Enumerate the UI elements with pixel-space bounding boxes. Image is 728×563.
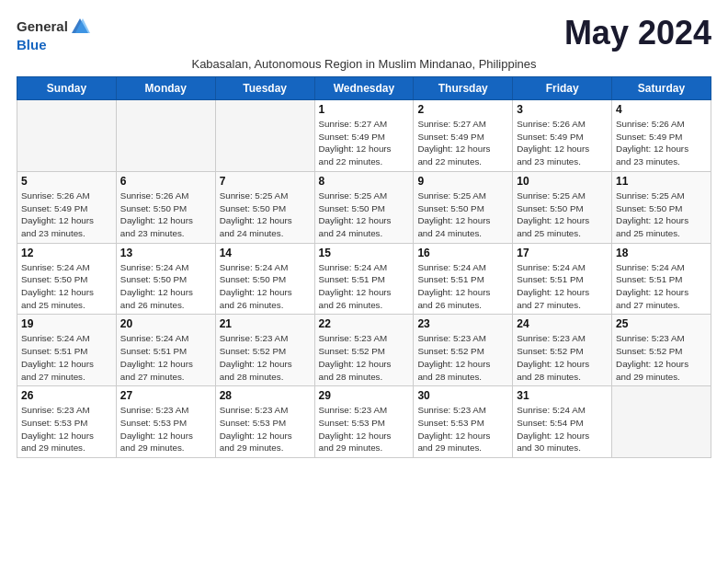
week-row-1: 1Sunrise: 5:27 AMSunset: 5:49 PMDaylight… <box>17 100 711 172</box>
calendar-cell: 19Sunrise: 5:24 AMSunset: 5:51 PMDayligh… <box>17 315 117 386</box>
day-number: 20 <box>120 317 211 330</box>
calendar-cell: 25Sunrise: 5:23 AMSunset: 5:52 PMDayligh… <box>612 315 711 386</box>
day-detail: Sunrise: 5:24 AMSunset: 5:51 PMDaylight:… <box>616 261 707 312</box>
day-number: 14 <box>220 247 311 259</box>
day-number: 1 <box>319 103 410 116</box>
calendar-header-row: SundayMondayTuesdayWednesdayThursdayFrid… <box>17 77 711 100</box>
day-number: 18 <box>616 247 707 259</box>
day-number: 28 <box>220 389 311 402</box>
page: General Blue May 2024 Kabasalan, Autonom… <box>0 0 728 467</box>
day-detail: Sunrise: 5:25 AMSunset: 5:50 PMDaylight:… <box>319 190 410 240</box>
calendar-cell <box>17 100 117 172</box>
day-header-monday: Monday <box>116 77 215 100</box>
day-number: 10 <box>517 175 608 188</box>
calendar-cell <box>116 100 215 172</box>
calendar-cell: 27Sunrise: 5:23 AMSunset: 5:53 PMDayligh… <box>116 386 215 458</box>
week-row-3: 12Sunrise: 5:24 AMSunset: 5:50 PMDayligh… <box>17 243 711 315</box>
day-number: 22 <box>319 317 410 330</box>
day-number: 17 <box>517 247 608 259</box>
day-detail: Sunrise: 5:23 AMSunset: 5:53 PMDaylight:… <box>21 404 112 454</box>
day-detail: Sunrise: 5:27 AMSunset: 5:49 PMDaylight:… <box>319 118 410 168</box>
day-number: 15 <box>319 247 410 259</box>
day-detail: Sunrise: 5:24 AMSunset: 5:50 PMDaylight:… <box>21 261 112 312</box>
calendar-cell: 28Sunrise: 5:23 AMSunset: 5:53 PMDayligh… <box>215 386 314 458</box>
calendar-cell: 16Sunrise: 5:24 AMSunset: 5:51 PMDayligh… <box>414 243 513 315</box>
day-detail: Sunrise: 5:23 AMSunset: 5:52 PMDaylight:… <box>220 332 311 383</box>
day-number: 19 <box>21 317 112 330</box>
day-number: 25 <box>616 317 707 330</box>
day-detail: Sunrise: 5:24 AMSunset: 5:50 PMDaylight:… <box>120 261 211 312</box>
day-number: 8 <box>319 175 410 188</box>
logo-icon <box>70 17 90 37</box>
calendar-cell: 26Sunrise: 5:23 AMSunset: 5:53 PMDayligh… <box>17 386 117 458</box>
calendar-cell: 30Sunrise: 5:23 AMSunset: 5:53 PMDayligh… <box>414 386 513 458</box>
month-title: May 2024 <box>564 17 711 50</box>
calendar-cell: 18Sunrise: 5:24 AMSunset: 5:51 PMDayligh… <box>612 243 711 315</box>
day-number: 5 <box>21 175 112 188</box>
logo-blue: Blue <box>17 37 47 52</box>
day-header-saturday: Saturday <box>612 77 711 100</box>
day-number: 16 <box>417 247 508 259</box>
day-number: 24 <box>517 317 608 330</box>
day-detail: Sunrise: 5:24 AMSunset: 5:51 PMDaylight:… <box>120 332 211 383</box>
day-number: 2 <box>417 103 508 116</box>
day-detail: Sunrise: 5:23 AMSunset: 5:52 PMDaylight:… <box>319 332 410 383</box>
day-detail: Sunrise: 5:24 AMSunset: 5:51 PMDaylight:… <box>417 261 508 312</box>
day-detail: Sunrise: 5:23 AMSunset: 5:52 PMDaylight:… <box>417 332 508 383</box>
day-number: 29 <box>319 389 410 402</box>
day-number: 9 <box>417 175 508 188</box>
day-detail: Sunrise: 5:27 AMSunset: 5:49 PMDaylight:… <box>417 118 508 168</box>
week-row-4: 19Sunrise: 5:24 AMSunset: 5:51 PMDayligh… <box>17 315 711 386</box>
calendar-cell: 11Sunrise: 5:25 AMSunset: 5:50 PMDayligh… <box>612 171 711 243</box>
calendar-cell: 7Sunrise: 5:25 AMSunset: 5:50 PMDaylight… <box>215 171 314 243</box>
day-detail: Sunrise: 5:26 AMSunset: 5:49 PMDaylight:… <box>21 190 112 240</box>
calendar-cell: 6Sunrise: 5:26 AMSunset: 5:50 PMDaylight… <box>116 171 215 243</box>
week-row-5: 26Sunrise: 5:23 AMSunset: 5:53 PMDayligh… <box>17 386 711 458</box>
calendar-cell: 12Sunrise: 5:24 AMSunset: 5:50 PMDayligh… <box>17 243 117 315</box>
day-number: 4 <box>616 103 707 116</box>
calendar-cell: 15Sunrise: 5:24 AMSunset: 5:51 PMDayligh… <box>314 243 414 315</box>
day-number: 7 <box>220 175 311 188</box>
day-number: 11 <box>616 175 707 188</box>
calendar-cell: 29Sunrise: 5:23 AMSunset: 5:53 PMDayligh… <box>314 386 414 458</box>
day-detail: Sunrise: 5:24 AMSunset: 5:51 PMDaylight:… <box>517 261 608 312</box>
calendar-cell: 31Sunrise: 5:24 AMSunset: 5:54 PMDayligh… <box>513 386 612 458</box>
day-detail: Sunrise: 5:23 AMSunset: 5:53 PMDaylight:… <box>319 404 410 454</box>
day-number: 13 <box>120 247 211 259</box>
day-detail: Sunrise: 5:24 AMSunset: 5:50 PMDaylight:… <box>220 261 311 312</box>
day-detail: Sunrise: 5:25 AMSunset: 5:50 PMDaylight:… <box>220 190 311 240</box>
day-detail: Sunrise: 5:26 AMSunset: 5:49 PMDaylight:… <box>517 118 608 168</box>
calendar-cell: 21Sunrise: 5:23 AMSunset: 5:52 PMDayligh… <box>215 315 314 386</box>
day-detail: Sunrise: 5:26 AMSunset: 5:49 PMDaylight:… <box>616 118 707 168</box>
calendar-cell: 9Sunrise: 5:25 AMSunset: 5:50 PMDaylight… <box>414 171 513 243</box>
day-detail: Sunrise: 5:23 AMSunset: 5:52 PMDaylight:… <box>517 332 608 383</box>
day-detail: Sunrise: 5:25 AMSunset: 5:50 PMDaylight:… <box>616 190 707 240</box>
day-number: 12 <box>21 247 112 259</box>
day-number: 26 <box>21 389 112 402</box>
day-detail: Sunrise: 5:26 AMSunset: 5:50 PMDaylight:… <box>120 190 211 240</box>
day-detail: Sunrise: 5:24 AMSunset: 5:54 PMDaylight:… <box>517 404 608 454</box>
day-number: 23 <box>417 317 508 330</box>
day-header-thursday: Thursday <box>414 77 513 100</box>
day-detail: Sunrise: 5:23 AMSunset: 5:53 PMDaylight:… <box>417 404 508 454</box>
day-detail: Sunrise: 5:25 AMSunset: 5:50 PMDaylight:… <box>517 190 608 240</box>
calendar-cell: 4Sunrise: 5:26 AMSunset: 5:49 PMDaylight… <box>612 100 711 172</box>
calendar-cell: 2Sunrise: 5:27 AMSunset: 5:49 PMDaylight… <box>414 100 513 172</box>
day-detail: Sunrise: 5:24 AMSunset: 5:51 PMDaylight:… <box>319 261 410 312</box>
calendar-cell: 23Sunrise: 5:23 AMSunset: 5:52 PMDayligh… <box>414 315 513 386</box>
calendar-cell: 10Sunrise: 5:25 AMSunset: 5:50 PMDayligh… <box>513 171 612 243</box>
calendar-cell: 5Sunrise: 5:26 AMSunset: 5:49 PMDaylight… <box>17 171 117 243</box>
calendar: SundayMondayTuesdayWednesdayThursdayFrid… <box>17 76 711 458</box>
day-header-friday: Friday <box>513 77 612 100</box>
day-number: 27 <box>120 389 211 402</box>
day-detail: Sunrise: 5:23 AMSunset: 5:53 PMDaylight:… <box>120 404 211 454</box>
day-detail: Sunrise: 5:25 AMSunset: 5:50 PMDaylight:… <box>417 190 508 240</box>
subtitle: Kabasalan, Autonomous Region in Muslim M… <box>17 57 711 71</box>
day-number: 30 <box>417 389 508 402</box>
calendar-cell: 17Sunrise: 5:24 AMSunset: 5:51 PMDayligh… <box>513 243 612 315</box>
calendar-cell: 13Sunrise: 5:24 AMSunset: 5:50 PMDayligh… <box>116 243 215 315</box>
day-number: 21 <box>220 317 311 330</box>
calendar-cell: 20Sunrise: 5:24 AMSunset: 5:51 PMDayligh… <box>116 315 215 386</box>
calendar-cell: 8Sunrise: 5:25 AMSunset: 5:50 PMDaylight… <box>314 171 414 243</box>
header: General Blue May 2024 <box>17 17 711 53</box>
